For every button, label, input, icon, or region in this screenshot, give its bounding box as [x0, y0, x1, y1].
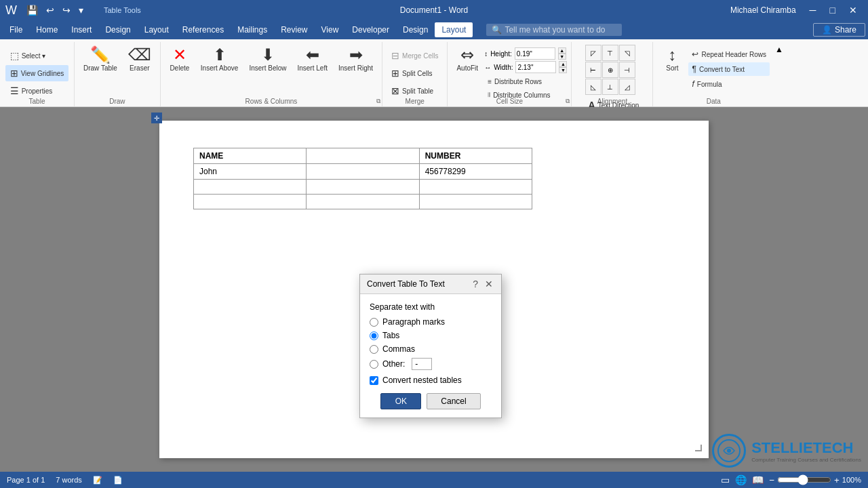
- other-radio[interactable]: [370, 360, 378, 369]
- split-cells-button[interactable]: ⊞ Split Cells: [387, 65, 443, 81]
- restore-btn[interactable]: □: [825, 3, 841, 17]
- undo-btn[interactable]: ↩: [43, 3, 57, 17]
- table-cell[interactable]: [419, 195, 532, 209]
- height-row: ↕ Height: ▲ ▼: [484, 47, 567, 60]
- height-spinner[interactable]: ▲ ▼: [558, 47, 566, 60]
- align-tl[interactable]: ◸: [585, 45, 601, 61]
- table-cell[interactable]: [307, 180, 419, 195]
- menu-layout2[interactable]: Layout: [435, 22, 473, 37]
- table-cell[interactable]: [194, 180, 307, 195]
- web-layout-btn[interactable]: 🌐: [735, 474, 747, 485]
- zoom-in-btn[interactable]: +: [834, 475, 840, 485]
- nested-tables-checkbox[interactable]: [370, 376, 378, 385]
- dialog-buttons: OK Cancel: [370, 393, 492, 409]
- align-ml[interactable]: ⊢: [585, 62, 601, 78]
- commas-radio[interactable]: [370, 345, 378, 354]
- menu-mailings[interactable]: Mailings: [231, 22, 274, 37]
- menu-view[interactable]: View: [315, 22, 346, 37]
- view-gridlines-button[interactable]: ⊞ View Gridlines: [5, 65, 69, 81]
- ok-button[interactable]: OK: [380, 393, 421, 409]
- menu-developer[interactable]: Developer: [345, 22, 396, 37]
- sort-button[interactable]: ↕ Sort: [657, 45, 687, 94]
- autofit-button[interactable]: ⇔ AutoFit: [452, 45, 483, 94]
- table-resize-handle[interactable]: [695, 445, 702, 451]
- other-input[interactable]: [412, 358, 432, 370]
- table-cell[interactable]: John: [194, 164, 307, 180]
- cancel-button[interactable]: Cancel: [427, 393, 480, 409]
- ribbon-collapse-btn[interactable]: ▲: [775, 45, 783, 54]
- table-cell[interactable]: [307, 148, 419, 164]
- rows-cols-expand[interactable]: ⧉: [376, 98, 380, 105]
- height-down[interactable]: ▼: [558, 54, 566, 60]
- width-input[interactable]: [515, 61, 556, 73]
- align-tc[interactable]: ⊤: [602, 45, 618, 61]
- cell-size-expand[interactable]: ⧉: [566, 98, 570, 105]
- table-cell[interactable]: [307, 195, 419, 209]
- menu-insert[interactable]: Insert: [64, 22, 98, 37]
- tabs-radio[interactable]: [370, 331, 378, 340]
- draw-table-button[interactable]: ✏️ Draw Table: [79, 45, 122, 94]
- insert-left-button[interactable]: ⬅ Insert Left: [292, 45, 332, 94]
- align-tr[interactable]: ◹: [619, 45, 635, 61]
- align-br[interactable]: ◿: [619, 79, 635, 95]
- menu-review[interactable]: Review: [274, 22, 314, 37]
- tabs-option[interactable]: Tabs: [370, 331, 492, 340]
- menu-layout[interactable]: Layout: [138, 22, 176, 37]
- zoom-out-btn[interactable]: −: [769, 475, 774, 485]
- height-input[interactable]: [515, 47, 555, 60]
- distribute-rows-button[interactable]: ≡ Distribute Rows: [484, 76, 567, 87]
- paragraph-option[interactable]: Paragraph marks: [370, 317, 492, 327]
- table-cell[interactable]: NUMBER: [419, 148, 532, 164]
- table-cell[interactable]: NAME: [194, 148, 307, 164]
- paragraph-radio[interactable]: [370, 318, 378, 327]
- eraser-button[interactable]: ⌫ Eraser: [123, 45, 156, 94]
- align-bc[interactable]: ⊥: [602, 79, 618, 95]
- width-up[interactable]: ▲: [559, 61, 567, 67]
- print-layout-btn[interactable]: ▭: [721, 474, 730, 485]
- customize-btn[interactable]: ▾: [76, 3, 86, 17]
- close-btn[interactable]: ✕: [844, 3, 863, 17]
- rows-cols-label: Rows & Columns: [245, 98, 298, 105]
- delete-button[interactable]: ✕ Delete: [165, 45, 195, 94]
- table-move-handle[interactable]: ✛: [151, 113, 162, 123]
- search-bar[interactable]: 🔍: [486, 24, 622, 36]
- search-input[interactable]: [505, 25, 613, 35]
- table-cell[interactable]: [419, 180, 532, 195]
- properties-button[interactable]: ☰ Properties: [5, 83, 69, 99]
- height-up[interactable]: ▲: [558, 47, 566, 54]
- redo-btn[interactable]: ↪: [60, 3, 73, 17]
- commas-option[interactable]: Commas: [370, 344, 492, 354]
- align-mc[interactable]: ⊕: [602, 62, 618, 78]
- convert-to-text-button[interactable]: ¶ Convert to Text: [688, 62, 770, 76]
- menu-references[interactable]: References: [176, 22, 231, 37]
- other-option[interactable]: Other:: [370, 358, 492, 370]
- table-cell[interactable]: [307, 164, 419, 180]
- menu-design[interactable]: Design: [98, 22, 137, 37]
- table-cell[interactable]: 456778299: [419, 164, 532, 180]
- select-button[interactable]: ⬚ Select ▾: [5, 47, 69, 64]
- dialog-help-button[interactable]: ?: [473, 279, 478, 289]
- insert-above-button[interactable]: ⬆ Insert Above: [196, 45, 243, 94]
- formula-button[interactable]: f Formula: [688, 77, 770, 91]
- menu-design2[interactable]: Design: [396, 22, 435, 37]
- zoom-level: 100%: [842, 476, 861, 484]
- width-spinner[interactable]: ▲ ▼: [559, 61, 567, 73]
- split-table-button[interactable]: ⊠ Split Table: [387, 83, 443, 99]
- insert-below-button[interactable]: ⬇ Insert Below: [244, 45, 291, 94]
- repeat-header-button[interactable]: ↩ Repeat Header Rows: [688, 47, 770, 61]
- menu-home[interactable]: Home: [29, 22, 64, 37]
- read-mode-btn[interactable]: 📖: [752, 474, 764, 485]
- nested-tables-option[interactable]: Convert nested tables: [370, 375, 492, 385]
- menu-file[interactable]: File: [3, 22, 29, 37]
- width-down[interactable]: ▼: [559, 67, 567, 73]
- save-btn[interactable]: 💾: [24, 3, 41, 17]
- share-button[interactable]: 👤 Share: [813, 23, 865, 37]
- merge-cells-button[interactable]: ⊟ Merge Cells: [387, 47, 443, 64]
- align-bl[interactable]: ◺: [585, 79, 601, 95]
- align-mr[interactable]: ⊣: [619, 62, 635, 78]
- zoom-slider[interactable]: [777, 474, 831, 485]
- dialog-close-button[interactable]: ✕: [484, 279, 494, 289]
- minimize-btn[interactable]: ─: [804, 3, 822, 17]
- table-cell[interactable]: [194, 195, 307, 209]
- insert-right-button[interactable]: ➡ Insert Right: [334, 45, 378, 94]
